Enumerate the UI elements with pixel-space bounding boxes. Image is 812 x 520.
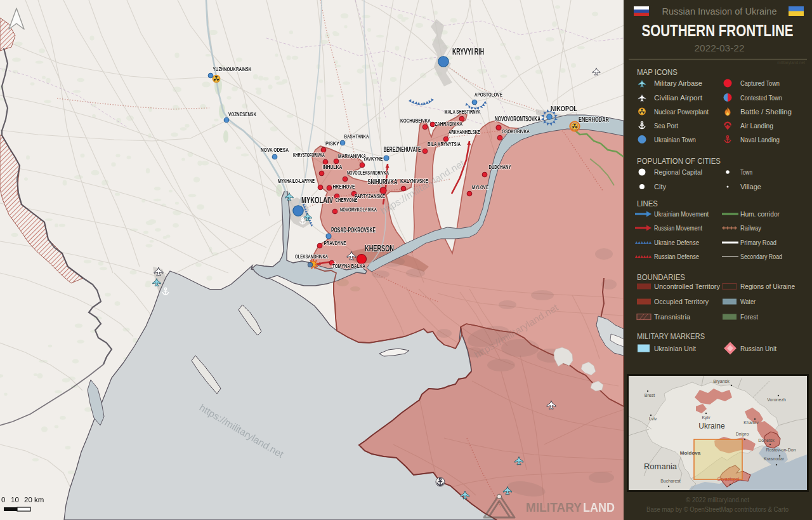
svg-text:POPULATION OF CITIES: POPULATION OF CITIES — [637, 157, 721, 166]
svg-text:Voronezh: Voronezh — [767, 397, 786, 402]
svg-text:City: City — [654, 183, 667, 190]
svg-text:BOUNDARIES: BOUNDARIES — [637, 273, 685, 282]
svg-text:MAP ICONS: MAP ICONS — [637, 68, 678, 77]
svg-text:Kyiv: Kyiv — [702, 415, 710, 420]
svg-text:SOUTHERN FRONTLINE: SOUTHERN FRONTLINE — [642, 21, 794, 40]
svg-text:Captured Town: Captured Town — [740, 79, 780, 87]
svg-text:Battle / Shelling: Battle / Shelling — [740, 108, 792, 116]
svg-text:Russian Invasion of Ukraine: Russian Invasion of Ukraine — [662, 6, 777, 17]
svg-text:Secondary Road: Secondary Road — [740, 253, 782, 260]
svg-text:Donetsk: Donetsk — [758, 438, 775, 443]
svg-text:Krasnodar: Krasnodar — [764, 457, 785, 461]
svg-text:MYKHAILO-LARYNE: MYKHAILO-LARYNE — [278, 177, 315, 184]
svg-text:MILITARY MARKERS: MILITARY MARKERS — [637, 332, 705, 341]
svg-text:Village: Village — [740, 183, 761, 190]
svg-text:YUZHNOUKRAINSK: YUZHNOUKRAINSK — [213, 65, 252, 72]
svg-text:MARYANIVKA: MARYANIVKA — [338, 152, 366, 159]
svg-text:Ukrainian Unit: Ukrainian Unit — [654, 345, 696, 352]
svg-text:NIKOPOL: NIKOPOL — [551, 105, 577, 112]
svg-text:Kharkiv: Kharkiv — [743, 420, 759, 425]
svg-text:SNIHURIVKA: SNIHURIVKA — [368, 178, 398, 185]
svg-text:INHULKA: INHULKA — [323, 163, 343, 170]
svg-text:KHRYSTOFORIVKA: KHRYSTOFORIVKA — [293, 151, 325, 158]
svg-text:PARTYZANSKE: PARTYZANSKE — [355, 192, 385, 199]
svg-text:Bryansk: Bryansk — [713, 379, 730, 384]
svg-text:Ukrainian Movement: Ukrainian Movement — [654, 210, 709, 218]
svg-text:Hum. corridor: Hum. corridor — [740, 210, 780, 218]
svg-text:NOVOMYKOLAIVKA: NOVOMYKOLAIVKA — [340, 206, 377, 213]
svg-text:Ukraine Defense: Ukraine Defense — [654, 239, 699, 246]
svg-text:YAVKYNE: YAVKYNE — [363, 155, 383, 162]
svg-text:APOSTOLOVE: APOSTOLOVE — [475, 91, 502, 98]
svg-text:Russian Unit: Russian Unit — [740, 345, 776, 352]
svg-text:LINES: LINES — [637, 199, 658, 208]
svg-text:Regional Capital: Regional Capital — [654, 168, 702, 176]
svg-text:Primary Road: Primary Road — [740, 239, 776, 246]
svg-text:MALA SHESTIRNYA: MALA SHESTIRNYA — [445, 108, 481, 115]
svg-text:BEREZNEHUVATE: BEREZNEHUVATE — [384, 145, 421, 153]
svg-text:PRAVDYNE: PRAVDYNE — [324, 239, 346, 246]
svg-text:Occupied Territory: Occupied Territory — [654, 298, 709, 305]
svg-text:NOVOOLEKSANDRIVKA: NOVOOLEKSANDRIVKA — [347, 169, 389, 176]
svg-text:militaryland.net: militaryland.net — [777, 60, 805, 65]
svg-text:Russian Defense: Russian Defense — [654, 253, 699, 260]
svg-text:Bucharest: Bucharest — [660, 479, 681, 483]
svg-text:Ukrainian Town: Ukrainian Town — [654, 136, 696, 143]
svg-text:OSOKORIVKA: OSOKORIVKA — [502, 128, 530, 135]
svg-text:VOZNESENSK: VOZNESENSK — [228, 110, 256, 117]
svg-text:BASHTANKA: BASHTANKA — [344, 133, 369, 140]
svg-text:Sevastopol: Sevastopol — [717, 477, 740, 482]
svg-text:LAND: LAND — [583, 500, 615, 514]
svg-text:TOMYNA BALKA: TOMYNA BALKA — [332, 262, 365, 269]
svg-text:Forest: Forest — [740, 313, 758, 321]
svg-text:Air Landing: Air Landing — [740, 122, 773, 130]
svg-text:Naval Landing: Naval Landing — [740, 136, 780, 143]
svg-text:Rostov-on-Don: Rostov-on-Don — [766, 448, 796, 452]
svg-text:Military Airbase: Military Airbase — [654, 79, 702, 87]
svg-text:Transnistria: Transnistria — [654, 313, 690, 321]
svg-text:KHERSON: KHERSON — [365, 243, 394, 253]
svg-text:Civilian Airport: Civilian Airport — [654, 94, 702, 102]
svg-text:20 km: 20 km — [24, 496, 44, 503]
svg-text:© 2022 militaryland.net: © 2022 militaryland.net — [686, 496, 749, 503]
svg-text:DUDCHANY: DUDCHANY — [489, 163, 511, 170]
svg-text:POSAD-POKROVSKE: POSAD-POKROVSKE — [331, 226, 376, 234]
svg-text:NOVA ODESA: NOVA ODESA — [261, 146, 289, 153]
svg-text:2022-03-22: 2022-03-22 — [695, 43, 745, 53]
svg-text:HREIHOVE: HREIHOVE — [333, 183, 355, 190]
svg-text:Uncontrolled Territory: Uncontrolled Territory — [654, 283, 721, 290]
svg-text:Nuclear Powerplant: Nuclear Powerplant — [654, 108, 709, 116]
svg-text:ZAHRADIVKA: ZAHRADIVKA — [435, 120, 462, 127]
svg-text:0: 0 — [1, 496, 5, 503]
svg-text:Town: Town — [740, 168, 752, 176]
svg-text:BILA KRYNYTSIA: BILA KRYNYTSIA — [428, 140, 461, 147]
svg-text:Romania: Romania — [644, 462, 678, 471]
svg-text:Russian Movement: Russian Movement — [654, 224, 702, 232]
svg-text:Sea Port: Sea Port — [654, 122, 678, 130]
svg-text:Lviv: Lviv — [649, 417, 657, 421]
svg-text:Regions of Ukraine: Regions of Ukraine — [740, 283, 795, 290]
svg-text:Moldova: Moldova — [680, 450, 701, 456]
svg-text:MILITARY: MILITARY — [526, 500, 582, 514]
svg-text:Dnipro: Dnipro — [736, 432, 749, 437]
svg-text:KRYVYI RIH: KRYVYI RIH — [452, 46, 484, 57]
svg-text:ENERHODAR: ENERHODAR — [579, 116, 609, 123]
svg-text:Contested Town: Contested Town — [740, 94, 782, 102]
svg-text:MYKOLAIV: MYKOLAIV — [301, 194, 333, 205]
svg-text:Railway: Railway — [740, 224, 762, 232]
svg-text:Brest: Brest — [645, 393, 655, 397]
svg-text:OLEKSANDRIVKA: OLEKSANDRIVKA — [295, 253, 328, 260]
svg-text:Base map by © OpenStreetMap co: Base map by © OpenStreetMap contributors… — [646, 505, 789, 513]
svg-text:MYLOVE: MYLOVE — [472, 183, 488, 190]
svg-text:10: 10 — [11, 496, 19, 503]
svg-text:PISKY: PISKY — [325, 140, 340, 147]
svg-text:Ukraine: Ukraine — [698, 422, 725, 430]
svg-text:ARKHANHELSKE: ARKHANHELSKE — [449, 128, 480, 135]
svg-text:KOCHUBEIVKA: KOCHUBEIVKA — [400, 117, 431, 124]
svg-text:Water: Water — [740, 298, 756, 305]
svg-text:NOVOVORONTSOVKA: NOVOVORONTSOVKA — [495, 115, 540, 123]
